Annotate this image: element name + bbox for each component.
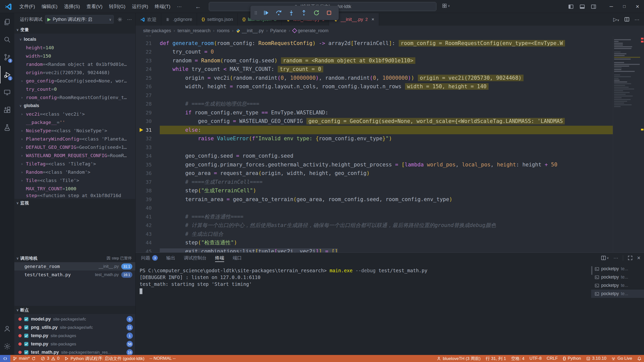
variable-row[interactable]: try_count = 0 bbox=[14, 85, 135, 93]
line-number[interactable]: 43 bbox=[136, 230, 160, 239]
line-number[interactable]: 35 bbox=[136, 160, 160, 169]
run-python-file-icon[interactable]: ▷∨ bbox=[613, 16, 619, 22]
panel-tab-端口[interactable]: 端口 bbox=[233, 253, 242, 263]
breakpoint-checkbox[interactable] bbox=[24, 342, 29, 346]
panel-tab-调试控制台[interactable]: 调试控制台 bbox=[184, 253, 207, 263]
activitybar-extensions-icon[interactable] bbox=[0, 101, 14, 119]
code-line[interactable]: 39 terrain_area = geo_area_to_terrain(ge… bbox=[136, 195, 613, 204]
code-line[interactable]: 25 origin = vec2i(random.randint(0, 1000… bbox=[136, 74, 613, 82]
breakpoint-checkbox[interactable] bbox=[24, 317, 29, 322]
code-line[interactable]: 41 # ====检查连通性==== bbox=[136, 212, 613, 221]
window-close-button[interactable]: × bbox=[631, 0, 644, 13]
panel-tab-输出[interactable]: 输出 bbox=[166, 253, 175, 263]
variables-header[interactable]: ∨变量 bbox=[14, 26, 135, 34]
breakpoint-row[interactable]: temp.pysite-packages1 bbox=[14, 332, 135, 340]
layout-customize-icon[interactable]: ∨ bbox=[442, 4, 450, 8]
code-line[interactable]: 31 else: bbox=[136, 126, 613, 134]
debug-step-over-icon[interactable] bbox=[273, 7, 284, 18]
line-number[interactable]: 29 bbox=[136, 108, 160, 117]
line-number[interactable]: 36 bbox=[136, 169, 160, 178]
more-actions-icon[interactable]: ··· bbox=[126, 17, 133, 22]
variable-row[interactable]: ›PlanetaryWindConfig = <class 'Planeta… bbox=[14, 135, 135, 143]
breadcrumb-item[interactable]: Pylance bbox=[270, 28, 286, 33]
breakpoints-header[interactable]: ∨断点 bbox=[14, 306, 135, 314]
window-restore-button[interactable]: □ bbox=[618, 0, 631, 13]
stack-frame[interactable]: generate_room__init__.py31:1 bbox=[14, 262, 135, 270]
breakpoint-row[interactable]: temp.pysite-packages58 bbox=[14, 340, 135, 348]
terminal[interactable]: PS C:\computer_science\godot-ldtk\site-p… bbox=[136, 263, 590, 355]
code-line[interactable]: 23 random = Random(room_config.seed)rand… bbox=[136, 56, 613, 65]
variable-row[interactable]: __package__ = '' bbox=[14, 118, 135, 126]
variable-row[interactable]: ›vec2i = <class 'vec2i'> bbox=[14, 110, 135, 118]
menu-item[interactable]: 运行(R) bbox=[129, 2, 151, 11]
stack-frame[interactable]: test/test_math.pytest_math.py16:1 bbox=[14, 270, 135, 279]
code-line[interactable]: 44 step("检查连通性") bbox=[136, 238, 613, 247]
variable-row[interactable]: ›Tile = <class 'Tile'> bbox=[14, 176, 135, 185]
statusbar-git-branch[interactable]: main* bbox=[10, 355, 38, 362]
launch-config-dropdown[interactable]: ▶ Python 调试程序: 启 ∨ bbox=[45, 15, 114, 24]
breadcrumb-item[interactable]: generate_room bbox=[293, 28, 329, 33]
line-number[interactable]: 31 bbox=[136, 126, 160, 134]
statusbar-vim-mode[interactable]: -- NORMAL -- bbox=[147, 355, 178, 362]
code-line[interactable]: 20 bbox=[136, 36, 613, 39]
variable-row[interactable]: ›room_config = RoomRequestConfig(env_t… bbox=[14, 93, 135, 102]
line-number[interactable]: 34 bbox=[136, 152, 160, 160]
debug-step-out-icon[interactable] bbox=[298, 7, 309, 18]
code-line[interactable]: 34 geo_config.seed = room_config.seed bbox=[136, 152, 613, 160]
line-number[interactable]: 30 bbox=[136, 117, 160, 126]
editor-more-actions-icon[interactable]: ··· bbox=[634, 17, 639, 22]
terminal-instance[interactable]: pocketpyte... bbox=[591, 273, 644, 281]
activitybar-source-control-icon[interactable]: 3 bbox=[0, 48, 14, 66]
code-line[interactable]: 29 if room_config.env_type == EnvType.WA… bbox=[136, 108, 613, 117]
line-number[interactable]: 23 bbox=[136, 56, 160, 65]
code-line[interactable]: 27 bbox=[136, 91, 613, 100]
statusbar-remote-indicator[interactable] bbox=[0, 355, 10, 362]
code-line[interactable]: 42 # 计算每一个出口的中心，然后使用astar生成路径，确保每一个出口组合都… bbox=[136, 221, 613, 230]
variable-row[interactable]: ›TileTag = <class 'TileTag'> bbox=[14, 160, 135, 168]
split-terminal-icon[interactable]: ∨ bbox=[601, 255, 609, 260]
variable-row[interactable]: width = 150 bbox=[14, 52, 135, 60]
line-number[interactable]: 38 bbox=[136, 186, 160, 195]
menu-item[interactable]: ··· bbox=[174, 2, 185, 11]
statusbar-eol[interactable]: CRLF bbox=[544, 355, 560, 362]
statusbar-problems[interactable]: 30 bbox=[38, 355, 62, 362]
line-number[interactable]: 39 bbox=[136, 195, 160, 204]
activitybar-settings-icon[interactable] bbox=[0, 337, 14, 355]
menu-item[interactable]: 终端(T) bbox=[151, 2, 174, 11]
activitybar-search-icon[interactable] bbox=[0, 31, 14, 48]
toolbar-grip-icon[interactable] bbox=[253, 7, 259, 18]
menu-item[interactable]: 查看(V) bbox=[83, 2, 106, 11]
breakpoint-row[interactable]: png_utils.pysite-packages\wfc11 bbox=[14, 323, 135, 332]
line-number[interactable]: 32 bbox=[136, 134, 160, 143]
line-number[interactable]: 37 bbox=[136, 178, 160, 187]
code-line[interactable]: 36 geo_area = request_area(origin, width… bbox=[136, 169, 613, 178]
debug-stop-icon[interactable] bbox=[324, 7, 335, 18]
line-number[interactable]: 21 bbox=[136, 39, 160, 48]
callstack-header[interactable]: ∨调用堆栈 因 step 已暂停 bbox=[14, 254, 135, 262]
panel-maximize-icon[interactable] bbox=[628, 255, 633, 260]
variable-row[interactable]: origin = vec2i(7205730, 9024468) bbox=[14, 68, 135, 77]
window-minimize-button[interactable]: ─ bbox=[605, 0, 618, 13]
panel-tab-终端[interactable]: 终端 bbox=[215, 253, 224, 263]
line-number[interactable]: 24 bbox=[136, 65, 160, 74]
statusbar-git-user[interactable]: blueloveTH (3 周前) bbox=[434, 355, 483, 362]
breadcrumb-item[interactable]: __init__.py bbox=[236, 28, 264, 33]
code-line[interactable]: 35 geo_config.primary_forces.geothermal_… bbox=[136, 160, 613, 169]
statusbar-indentation[interactable]: 空格: 4 bbox=[509, 355, 527, 362]
tab-.gdignore[interactable]: .gdignore bbox=[161, 13, 197, 26]
variable-row[interactable]: MAX_TRY_COUNT = 1000 bbox=[14, 185, 135, 193]
variable-row[interactable]: height = 140 bbox=[14, 43, 135, 52]
activitybar-account-icon[interactable] bbox=[0, 320, 14, 337]
code-line[interactable]: 30 geo_config = WASTELAND_GEO_CONFIGgeo_… bbox=[136, 117, 613, 126]
split-editor-icon[interactable] bbox=[624, 17, 629, 22]
menu-item[interactable]: 文件(F) bbox=[16, 2, 38, 11]
statusbar-encoding[interactable]: UTF-8 bbox=[527, 355, 544, 362]
breakpoint-row[interactable]: test_math.pysite-packages\terrain_res...… bbox=[14, 348, 135, 355]
breadcrumb-item[interactable]: terrain_research bbox=[178, 28, 211, 33]
line-number[interactable]: 42 bbox=[136, 221, 160, 230]
line-number[interactable]: 25 bbox=[136, 74, 160, 82]
minimap[interactable] bbox=[613, 36, 640, 252]
statusbar-cursor-position[interactable]: 行 31, 列 1 bbox=[483, 355, 509, 362]
nav-back-icon[interactable]: ← bbox=[195, 3, 201, 10]
watch-header[interactable]: ∨监视 bbox=[14, 199, 135, 207]
